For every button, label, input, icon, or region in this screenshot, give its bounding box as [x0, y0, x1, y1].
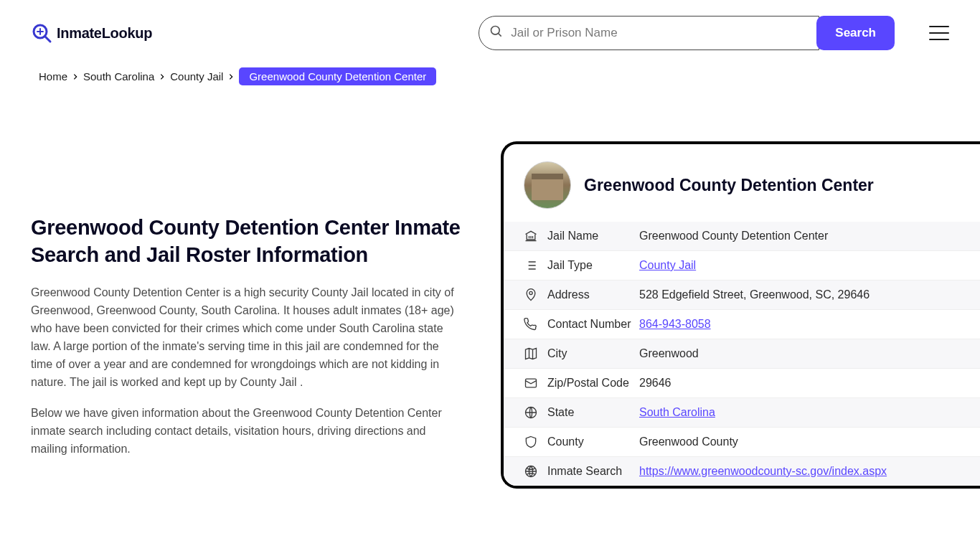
info-label: Zip/Postal Code [547, 377, 639, 390]
list-icon [524, 258, 538, 273]
info-label: Jail Type [547, 259, 639, 272]
info-row: StateSouth Carolina [504, 398, 980, 428]
info-row: Address528 Edgefield Street, Greenwood, … [504, 281, 980, 310]
search-form: Search [479, 16, 895, 50]
sidebar-column: Greenwood County Detention Center Jail N… [490, 141, 980, 471]
info-value[interactable]: County Jail [639, 259, 696, 272]
info-row: CityGreenwood [504, 339, 980, 369]
info-value: Greenwood County [639, 435, 738, 448]
pin-icon [524, 288, 538, 302]
facility-details-table: Jail NameGreenwood County Detention Cent… [504, 222, 980, 486]
facility-name: Greenwood County Detention Center [584, 176, 874, 195]
shield-icon [524, 435, 538, 449]
info-label: City [547, 347, 639, 360]
phone-icon [524, 317, 538, 331]
breadcrumb-state[interactable]: South Carolina [83, 70, 154, 83]
info-value[interactable]: South Carolina [639, 406, 715, 419]
chevron-right-icon [72, 70, 79, 83]
breadcrumb: Home South Carolina County Jail Greenwoo… [0, 67, 980, 85]
info-value[interactable]: 864-943-8058 [639, 318, 711, 331]
map-icon [524, 347, 538, 361]
info-value: Greenwood County Detention Center [639, 230, 828, 242]
info-value: 528 Edgefield Street, Greenwood, SC, 296… [639, 288, 870, 301]
info-row: CountyGreenwood County [504, 428, 980, 457]
logo-text: InmateLookup [57, 25, 152, 42]
info-label: Contact Number [547, 318, 639, 331]
search-input-wrap [479, 16, 819, 50]
bank-icon [524, 229, 538, 243]
facility-card: Greenwood County Detention Center Jail N… [501, 141, 980, 489]
breadcrumb-home[interactable]: Home [39, 70, 67, 83]
info-value: 29646 [639, 377, 672, 390]
content-column: Greenwood County Detention Center Inmate… [31, 141, 461, 471]
info-row: Jail TypeCounty Jail [504, 251, 980, 281]
info-label: Address [547, 288, 639, 301]
info-row: Contact Number864-943-8058 [504, 310, 980, 339]
info-label: State [547, 406, 639, 419]
envelope-icon [524, 376, 538, 390]
description-paragraph-2: Below we have given information about th… [31, 405, 461, 458]
chevron-right-icon [227, 70, 235, 83]
info-value[interactable]: https://www.greenwoodcounty-sc.gov/index… [639, 465, 887, 478]
globe-icon [524, 405, 538, 420]
search-icon [489, 24, 504, 42]
logo-icon [31, 22, 52, 44]
breadcrumb-type[interactable]: County Jail [170, 70, 223, 83]
facility-image [524, 161, 571, 209]
info-label: Inmate Search [547, 465, 639, 478]
info-value: Greenwood [639, 347, 699, 360]
info-label: Jail Name [547, 230, 639, 242]
card-header: Greenwood County Detention Center [504, 144, 980, 222]
info-row: Inmate Searchhttps://www.greenwoodcounty… [504, 457, 980, 486]
logo[interactable]: InmateLookup [31, 22, 152, 44]
page-title: Greenwood County Detention Center Inmate… [31, 215, 461, 268]
menu-icon[interactable] [929, 26, 949, 40]
chevron-right-icon [159, 70, 166, 83]
breadcrumb-current: Greenwood County Detention Center [239, 67, 436, 85]
search-input[interactable] [511, 26, 809, 40]
description-paragraph-1: Greenwood County Detention Center is a h… [31, 284, 461, 392]
info-row: Zip/Postal Code29646 [504, 369, 980, 398]
search-button[interactable]: Search [816, 16, 895, 50]
info-label: County [547, 435, 639, 448]
info-row: Jail NameGreenwood County Detention Cent… [504, 222, 980, 251]
web-icon [524, 464, 538, 479]
